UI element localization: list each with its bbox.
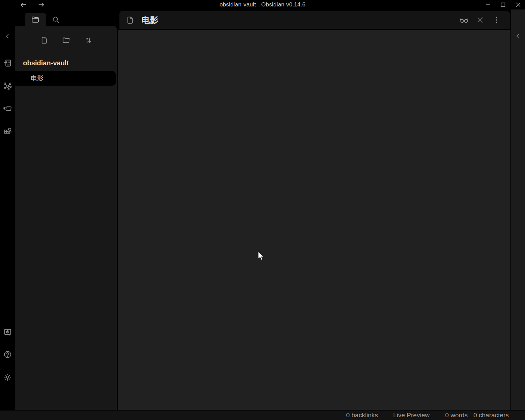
sidebar-tab-strip [15, 9, 117, 26]
view-actions [458, 14, 503, 26]
titlebar: obsidian-vault - Obsidian v0.14.6 [0, 0, 525, 9]
explorer-actions [40, 36, 93, 45]
right-sidebar-strip [511, 9, 525, 410]
new-folder-icon[interactable] [62, 36, 71, 45]
window-controls [483, 0, 523, 9]
status-bar: 0 backlinks Live Preview 0 words 0 chara… [0, 410, 525, 420]
back-arrow-icon[interactable] [18, 0, 28, 9]
more-options-icon[interactable] [490, 14, 503, 26]
tab-search[interactable] [47, 13, 64, 26]
editor-header: 电影 [119, 11, 510, 29]
status-backlinks: 0 backlinks [346, 412, 378, 419]
settings-gear-icon[interactable] [1, 371, 14, 383]
status-character-count: 0 characters [473, 412, 509, 419]
mouse-cursor [258, 251, 265, 262]
vault-title[interactable]: obsidian-vault [15, 57, 117, 69]
collapse-left-sidebar-icon[interactable] [1, 30, 14, 42]
window-title: obsidian-vault - Obsidian v0.14.6 [0, 1, 525, 8]
graph-view-icon[interactable] [1, 80, 14, 92]
open-vault-icon[interactable] [1, 326, 14, 338]
minimize-icon[interactable] [483, 0, 493, 9]
new-note-icon[interactable] [40, 36, 49, 45]
editor-content[interactable] [118, 30, 510, 410]
quick-switcher-icon[interactable] [1, 57, 14, 69]
card-motion-icon[interactable] [1, 102, 14, 114]
close-window-icon[interactable] [513, 0, 523, 9]
note-title: 电影 [141, 15, 158, 26]
status-word-count: 0 words [445, 412, 468, 419]
sort-order-icon[interactable] [84, 36, 93, 45]
file-item-selected[interactable]: 电影 [15, 71, 116, 86]
grid-blocks-icon[interactable] [1, 125, 14, 137]
app-body: obsidian-vault 电影 电影 [0, 9, 525, 410]
file-explorer-panel: obsidian-vault 电影 [15, 26, 117, 410]
document-icon [125, 16, 135, 25]
forward-arrow-icon[interactable] [36, 0, 46, 9]
search-icon [51, 15, 60, 24]
expand-right-sidebar-icon[interactable] [512, 30, 524, 42]
folder-icon [31, 15, 40, 24]
maximize-icon[interactable] [498, 0, 508, 9]
editor-pane: 电影 [118, 9, 510, 410]
help-icon[interactable] [1, 348, 14, 360]
reading-mode-icon[interactable] [458, 14, 470, 26]
close-tab-icon[interactable] [474, 14, 486, 26]
obsidian-window: obsidian-vault - Obsidian v0.14.6 [0, 0, 525, 420]
status-editor-mode: Live Preview [393, 412, 430, 419]
left-ribbon [0, 9, 15, 410]
left-sidebar: obsidian-vault 电影 [15, 9, 117, 410]
tab-file-explorer[interactable] [25, 13, 46, 26]
